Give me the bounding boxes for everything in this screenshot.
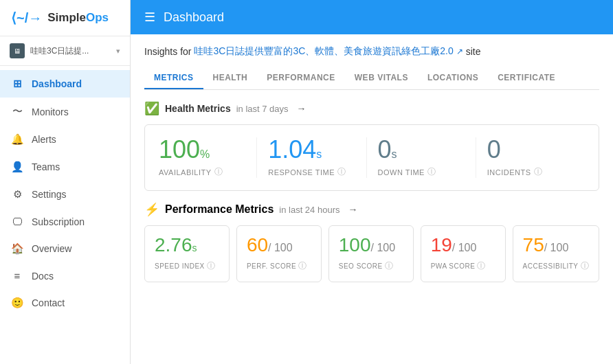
sidebar-item-label: Docs <box>32 271 54 282</box>
availability-info-icon[interactable]: ⓘ <box>214 166 223 178</box>
overview-icon: 🏠 <box>11 242 23 255</box>
sidebar-item-label: Settings <box>32 189 67 200</box>
pwa-score-label: PWA SCORE ⓘ <box>431 260 495 272</box>
speed-index-label: SPEED INDEX ⓘ <box>155 260 219 272</box>
sidebar-item-settings[interactable]: ⚙ Settings <box>0 181 130 208</box>
health-section-header: ✅ Health Metrics in last 7 days → <box>144 101 599 116</box>
site-icon: 🖥 <box>10 43 25 58</box>
tab-web-vitals[interactable]: WEB VITALS <box>345 67 418 89</box>
performance-title: Performance Metrics <box>165 203 274 216</box>
performance-arrow-icon[interactable]: → <box>348 204 357 215</box>
sidebar-item-label: Teams <box>32 161 60 172</box>
tab-bar: METRICS HEALTH PERFORMANCE WEB VITALS LO… <box>144 67 599 90</box>
accessibility-label: ACCESSIBILITY ⓘ <box>523 260 589 272</box>
contact-icon: 🙂 <box>11 297 23 309</box>
tab-performance[interactable]: PERFORMANCE <box>257 67 345 89</box>
tab-certificate[interactable]: CERTIFICATE <box>488 67 565 89</box>
perf-accessibility: 75/ 100 ACCESSIBILITY ⓘ <box>513 225 599 282</box>
monitors-icon: 〜 <box>11 105 23 118</box>
logo-text: SimpleOps <box>47 11 109 25</box>
sidebar-item-subscription[interactable]: 🖵 Subscription <box>0 208 130 235</box>
sidebar-item-teams[interactable]: 👤 Teams <box>0 153 130 181</box>
response-time-value: 1.04s <box>268 137 355 162</box>
sidebar-item-monitors[interactable]: 〜 Monitors <box>0 98 130 126</box>
speed-index-value: 2.76s <box>155 236 219 255</box>
performance-metrics-grid: 2.76s SPEED INDEX ⓘ 60/ 100 PERF. SCORE … <box>144 225 599 282</box>
health-metrics-card: 100% AVAILABILITY ⓘ 1.04s RESPONSE TIME … <box>144 124 599 191</box>
metric-availability: 100% AVAILABILITY ⓘ <box>159 137 257 178</box>
logo-icon: ⟨~/→ <box>11 10 42 26</box>
seo-score-value: 100/ 100 <box>339 236 403 255</box>
down-time-info-icon[interactable]: ⓘ <box>427 166 436 178</box>
incidents-value: 0 <box>487 137 574 162</box>
site-selector[interactable]: 🖥 哇哇3C日誌提... ▾ <box>0 36 130 66</box>
accessibility-info-icon[interactable]: ⓘ <box>581 260 590 272</box>
performance-subtitle: in last 24 hours <box>279 205 339 215</box>
response-time-label: RESPONSE TIME ⓘ <box>268 166 355 178</box>
insights-site-name: 哇哇3C日誌提供豐富的3C、軟體、美食旅遊資訊綠色工廠2.0 <box>194 45 453 56</box>
chevron-down-icon: ▾ <box>116 47 120 56</box>
down-time-label: DOWN TIME ⓘ <box>378 166 465 178</box>
seo-score-label: SEO SCORE ⓘ <box>339 260 403 272</box>
nav-menu: ⊞ Dashboard 〜 Monitors 🔔 Alerts 👤 Teams … <box>0 66 130 364</box>
availability-label: AVAILABILITY ⓘ <box>159 166 245 178</box>
sidebar-item-label: Dashboard <box>32 78 82 89</box>
incidents-label: INCIDENTS ⓘ <box>487 166 574 178</box>
logo: ⟨~/→ SimpleOps <box>0 0 130 36</box>
metric-response-time: 1.04s RESPONSE TIME ⓘ <box>257 137 366 178</box>
health-status-icon: ✅ <box>144 101 159 116</box>
down-time-value: 0s <box>378 137 465 162</box>
availability-value: 100% <box>159 137 245 162</box>
settings-icon: ⚙ <box>11 188 23 201</box>
teams-icon: 👤 <box>11 161 23 173</box>
sidebar-item-label: Subscription <box>32 216 85 227</box>
perf-seo-score: 100/ 100 SEO SCORE ⓘ <box>328 225 414 282</box>
perf-score-value: 60/ 100 <box>247 236 311 255</box>
subscription-icon: 🖵 <box>11 216 23 227</box>
performance-section-header: ⚡ Performance Metrics in last 24 hours → <box>144 202 599 217</box>
sidebar-item-label: Overview <box>32 243 71 254</box>
menu-icon[interactable]: ☰ <box>144 10 155 25</box>
metric-incidents: 0 INCIDENTS ⓘ <box>476 137 585 178</box>
performance-icon: ⚡ <box>144 202 159 217</box>
topbar: ☰ Dashboard <box>131 0 613 34</box>
response-time-info-icon[interactable]: ⓘ <box>337 166 346 178</box>
perf-score-info-icon[interactable]: ⓘ <box>298 260 307 272</box>
perf-speed-index: 2.76s SPEED INDEX ⓘ <box>144 225 230 282</box>
pwa-score-info-icon[interactable]: ⓘ <box>477 260 486 272</box>
sidebar-item-label: Alerts <box>32 134 56 145</box>
perf-perf-score: 60/ 100 PERF. SCORE ⓘ <box>236 225 322 282</box>
tab-health[interactable]: HEALTH <box>203 67 258 89</box>
health-title: Health Metrics <box>165 103 231 114</box>
insights-site-link[interactable]: 哇哇3C日誌提供豐富的3C、軟體、美食旅遊資訊綠色工廠2.0 ↗ <box>194 45 462 58</box>
insights-suffix: site <box>466 46 481 57</box>
tab-metrics[interactable]: METRICS <box>144 67 203 89</box>
health-subtitle: in last 7 days <box>236 104 289 114</box>
docs-icon: ≡ <box>11 270 23 282</box>
perf-pwa-score: 19/ 100 PWA SCORE ⓘ <box>421 225 506 282</box>
sidebar-item-label: Monitors <box>32 106 69 117</box>
sidebar-item-alerts[interactable]: 🔔 Alerts <box>0 126 130 153</box>
external-link-icon: ↗ <box>456 47 463 56</box>
alerts-icon: 🔔 <box>11 133 23 146</box>
insights-line: Insights for 哇哇3C日誌提供豐富的3C、軟體、美食旅遊資訊綠色工廠… <box>144 45 599 58</box>
incidents-info-icon[interactable]: ⓘ <box>534 166 543 178</box>
speed-index-info-icon[interactable]: ⓘ <box>207 260 216 272</box>
perf-score-label: PERF. SCORE ⓘ <box>247 260 311 272</box>
dashboard-icon: ⊞ <box>11 78 23 90</box>
accessibility-value: 75/ 100 <box>523 236 589 255</box>
sidebar-item-overview[interactable]: 🏠 Overview <box>0 235 130 262</box>
sidebar: ⟨~/→ SimpleOps 🖥 哇哇3C日誌提... ▾ ⊞ Dashboar… <box>0 0 131 364</box>
metric-down-time: 0s DOWN TIME ⓘ <box>367 137 476 178</box>
tab-locations[interactable]: LOCATIONS <box>418 67 488 89</box>
content-area: Insights for 哇哇3C日誌提供豐富的3C、軟體、美食旅遊資訊綠色工廠… <box>131 34 613 364</box>
main-area: ☰ Dashboard Insights for 哇哇3C日誌提供豐富的3C、軟… <box>131 0 613 364</box>
sidebar-item-dashboard[interactable]: ⊞ Dashboard <box>0 70 130 98</box>
sidebar-item-docs[interactable]: ≡ Docs <box>0 262 130 289</box>
insights-prefix: Insights for <box>144 46 191 57</box>
sidebar-item-contact[interactable]: 🙂 Contact <box>0 289 130 317</box>
sidebar-item-label: Contact <box>32 297 65 308</box>
health-arrow-icon[interactable]: → <box>297 103 306 114</box>
topbar-title: Dashboard <box>164 10 224 25</box>
seo-score-info-icon[interactable]: ⓘ <box>385 260 394 272</box>
